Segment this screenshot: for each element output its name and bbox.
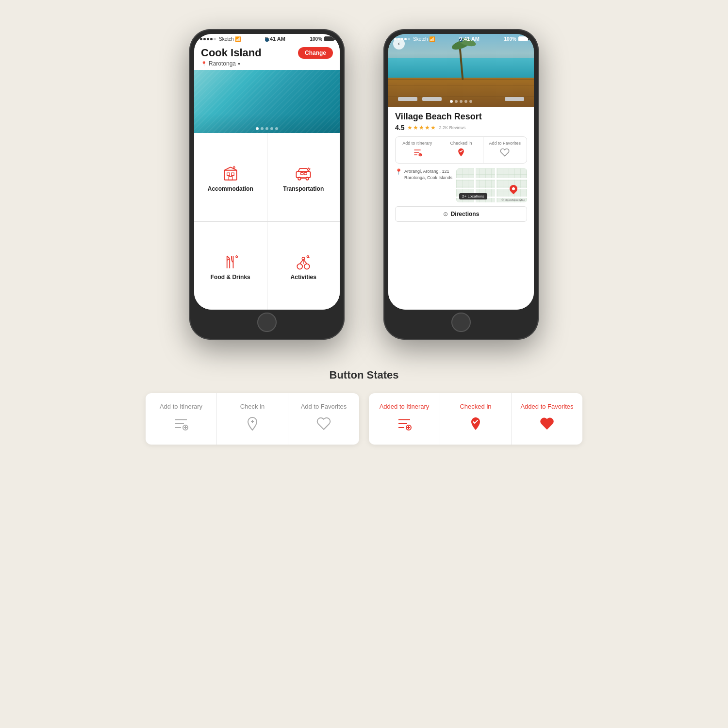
app1-header: Cook Island Change 📍 Rarotonga ▾ — [194, 43, 340, 70]
location-text: Rarotonga — [209, 60, 236, 67]
added-itinerary-state-icon — [397, 416, 412, 435]
category-food[interactable]: Food & Drinks — [194, 222, 267, 310]
svg-point-25 — [304, 264, 310, 269]
wifi-icon-1: 📶 — [235, 36, 241, 42]
add-itinerary-state-icon — [173, 416, 189, 435]
btn-added-favorites[interactable]: Added to Favorites — [512, 393, 582, 445]
svg-rect-2 — [232, 173, 234, 175]
button-states-section: Button States Add to Itinerary Check in — [146, 369, 582, 445]
active-states-card: Added to Itinerary Checked in — [369, 393, 582, 445]
check-in-state-icon — [245, 416, 260, 435]
status-bar-2: Sketch 📶 9:41 AM 100% — [388, 34, 534, 43]
added-favorites-state-label: Added to Favorites — [520, 403, 573, 410]
star-half: ★ — [430, 124, 436, 131]
location-row: 📍 Rarotonga ▾ — [201, 60, 333, 67]
svg-point-9 — [298, 177, 300, 180]
camera-1 — [265, 38, 269, 42]
address-text: Arorangi, Arorangi, 121 Rarotonga, Cook … — [404, 168, 452, 181]
inactive-states-card: Add to Itinerary Check in — [146, 393, 359, 445]
signal-dots — [200, 38, 216, 40]
map-copyright: © OpenStreetMap — [502, 199, 525, 201]
action-add-itinerary[interactable]: Add to Itinerary — [396, 137, 439, 163]
action-favorites[interactable]: Add to Favorites — [483, 137, 527, 163]
transportation-label: Transportation — [283, 185, 324, 192]
add-itinerary-state-label: Add to Itinerary — [160, 403, 202, 410]
dot-2 — [261, 127, 264, 130]
map-thumbnail[interactable]: 2+ Locations © OpenStreetMap — [456, 168, 527, 202]
resort-content: Village Beach Resort 4.5 ★ ★ ★ ★ ★ 2.2K … — [388, 107, 534, 310]
action-checkin[interactable]: Checked in — [439, 137, 483, 163]
lounger-1 — [398, 97, 417, 101]
svg-point-24 — [298, 264, 303, 269]
title-row: Cook Island Change — [201, 47, 333, 59]
signal-dots-2 — [394, 38, 410, 40]
location-pin-icon: 📍 — [201, 61, 207, 66]
activities-label: Activities — [291, 274, 316, 281]
accommodation-icon — [221, 164, 240, 185]
directions-icon: ⊙ — [443, 211, 448, 217]
home-button-2[interactable] — [451, 313, 471, 332]
itinerary-icon — [413, 148, 422, 159]
lounger-3 — [505, 97, 524, 101]
dot-4 — [270, 127, 273, 130]
btn-add-itinerary[interactable]: Add to Itinerary — [146, 393, 217, 445]
favorites-icon — [500, 148, 510, 159]
category-grid: Accommodation — [194, 133, 340, 310]
svg-rect-12 — [301, 172, 303, 175]
svg-point-10 — [306, 177, 309, 180]
svg-point-6 — [233, 166, 235, 168]
battery-text-1: 100% — [310, 36, 322, 42]
locations-badge[interactable]: 2+ Locations — [459, 193, 487, 199]
svg-rect-13 — [304, 172, 307, 175]
phone-2: Sketch 📶 9:41 AM 100% — [383, 29, 539, 340]
dot-5 — [275, 127, 278, 130]
battery-text-2: 100% — [504, 36, 516, 42]
phones-container: Sketch 📶 9:41 AM 100% Cook Island Change… — [189, 29, 539, 340]
checked-in-state-icon — [468, 416, 483, 435]
activities-icon — [294, 252, 313, 274]
resort-hero: ‹ — [388, 34, 534, 107]
category-accommodation[interactable]: Accommodation — [194, 133, 267, 221]
change-button[interactable]: Change — [298, 47, 333, 59]
status-left-1: Sketch 📶 — [200, 36, 241, 42]
address-pin-icon: 📍 — [395, 168, 402, 175]
review-count: 2.2K Reviews — [439, 125, 465, 130]
battery-icon-2 — [518, 36, 528, 41]
checked-in-state-label: Checked in — [460, 403, 491, 410]
star-2: ★ — [413, 124, 418, 131]
resort-name: Village Beach Resort — [395, 112, 527, 122]
wifi-icon-2: 📶 — [429, 36, 435, 42]
category-transportation[interactable]: Transportation — [267, 133, 340, 221]
status-right-2: 100% — [504, 36, 528, 42]
directions-label: Directions — [451, 211, 480, 217]
resort-image-dots — [450, 100, 472, 103]
actions-row: Add to Itinerary Checked in — [395, 136, 527, 164]
lounger-2 — [422, 97, 442, 101]
address-line2: Rarotonga, Cook Islands — [404, 175, 452, 181]
home-button-1[interactable] — [257, 313, 277, 332]
accommodation-label: Accommodation — [208, 185, 253, 192]
city-title: Cook Island — [201, 47, 262, 59]
svg-rect-1 — [227, 173, 229, 175]
btn-added-itinerary[interactable]: Added to Itinerary — [369, 393, 440, 445]
btn-add-favorites[interactable]: Add to Favorites — [288, 393, 359, 445]
hero-banner — [194, 70, 340, 133]
star-1: ★ — [407, 124, 413, 131]
category-activities[interactable]: Activities — [267, 222, 340, 310]
btn-check-in[interactable]: Check in — [217, 393, 288, 445]
btn-checked-in[interactable]: Checked in — [440, 393, 512, 445]
checkin-label: Checked in — [450, 141, 472, 146]
wave-overlay — [194, 70, 340, 133]
svg-rect-0 — [224, 170, 236, 180]
check-in-state-label: Check in — [240, 403, 265, 410]
status-left-2: Sketch 📶 — [394, 36, 435, 42]
added-favorites-state-icon — [539, 416, 555, 435]
address-line1: Arorangi, Arorangi, 121 — [404, 168, 452, 175]
map-road-h1 — [456, 178, 527, 180]
rating-number: 4.5 — [395, 124, 404, 132]
food-icon — [221, 252, 240, 274]
image-dots — [256, 127, 278, 130]
add-itinerary-label: Add to Itinerary — [402, 141, 432, 146]
map-area: 📍 Arorangi, Arorangi, 121 Rarotonga, Coo… — [395, 168, 527, 202]
directions-button[interactable]: ⊙ Directions — [395, 206, 527, 222]
